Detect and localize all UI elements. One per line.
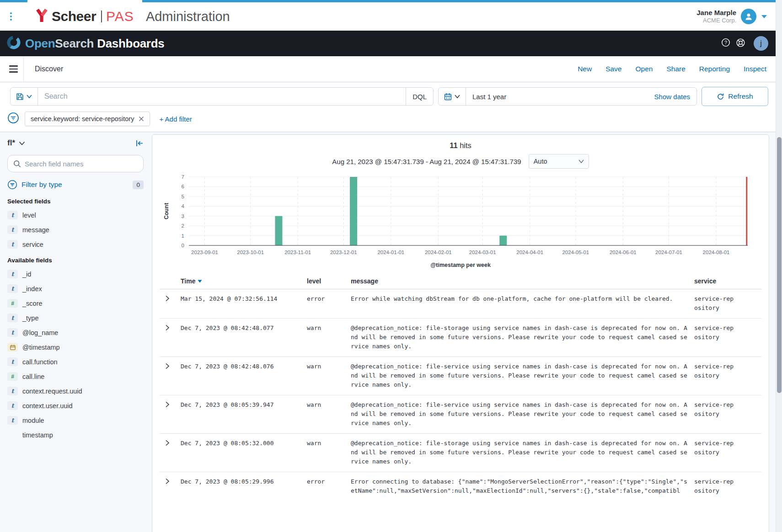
calendar-button[interactable] — [439, 88, 466, 105]
field-item-@timestamp[interactable]: @timestamp — [7, 343, 144, 351]
field-type-string-badge: t — [7, 401, 18, 410]
top-strip-notch — [27, 0, 142, 2]
histogram-chart[interactable]: 012345672023-09-012023-10-012023-11-0120… — [160, 172, 761, 260]
field-item-call.line[interactable]: #call.line — [7, 372, 144, 381]
svg-text:2024-05-01: 2024-05-01 — [562, 250, 589, 255]
expand-row-icon[interactable] — [160, 400, 175, 428]
doc-message: @deprecation_notice: file-service using … — [351, 400, 689, 428]
field-label: _score — [22, 300, 43, 307]
field-label: context.request.uuid — [22, 388, 82, 395]
field-item-@log_name[interactable]: t@log_name — [7, 328, 144, 337]
query-language-button[interactable]: DQL — [406, 88, 433, 105]
hamburger-menu-icon[interactable] — [7, 62, 23, 76]
field-item-_id[interactable]: t_id — [7, 270, 144, 278]
col-header-level[interactable]: level — [307, 277, 345, 285]
field-label: service — [22, 241, 43, 248]
filter-by-type-label: Filter by type — [21, 181, 62, 189]
sort-desc-icon — [198, 280, 202, 283]
field-item-timestamp[interactable]: timestamp — [7, 431, 144, 439]
field-label: @timestamp — [22, 344, 60, 351]
time-range-value[interactable]: Last 1 year — [466, 93, 506, 101]
field-label: context.user.uuid — [22, 402, 73, 410]
svg-text:2024-06-01: 2024-06-01 — [610, 250, 637, 255]
field-item-_score[interactable]: #_score — [7, 299, 144, 308]
search-container: DQL — [10, 87, 434, 106]
help-icon[interactable]: ? — [721, 38, 730, 49]
field-label: message — [22, 226, 49, 234]
nav-link-save[interactable]: Save — [605, 65, 621, 73]
nav-link-open[interactable]: Open — [636, 65, 653, 73]
remove-filter-icon[interactable] — [139, 116, 144, 122]
top-accent-strip — [0, 0, 776, 2]
field-item-message[interactable]: tmessage — [7, 225, 144, 234]
user-org: ACME Corp. — [696, 17, 736, 24]
field-item-context.request.uuid[interactable]: tcontext.request.uuid — [7, 387, 144, 395]
doc-level: error — [307, 294, 345, 313]
support-lifebuoy-icon[interactable] — [736, 38, 745, 49]
doc-message: @deprecation_notice: file-storage using … — [351, 439, 689, 466]
doc-message: Error while watching dbStream for db one… — [351, 294, 689, 313]
index-pattern-caret-icon[interactable] — [19, 141, 25, 145]
expand-row-icon[interactable] — [160, 439, 175, 466]
user-menu-caret-icon[interactable] — [761, 12, 767, 21]
user-avatar-icon[interactable] — [741, 9, 756, 24]
search-input[interactable] — [38, 88, 406, 105]
doc-table-row: Dec 7, 2023 @ 08:05:39.947warn@deprecati… — [160, 395, 761, 433]
svg-text:3: 3 — [182, 213, 184, 219]
product-title: Administration — [146, 9, 230, 24]
field-item-_index[interactable]: t_index — [7, 284, 144, 293]
nav-link-reporting[interactable]: Reporting — [699, 65, 730, 73]
interval-select[interactable]: Auto — [529, 154, 589, 169]
col-header-service[interactable]: service — [694, 277, 734, 285]
field-item-call.function[interactable]: tcall.function — [7, 357, 144, 366]
window-scrollbar[interactable] — [776, 0, 782, 532]
calendar-icon — [444, 93, 452, 101]
field-type-string-badge: t — [7, 314, 18, 322]
svg-text:2024-04-01: 2024-04-01 — [516, 250, 543, 255]
filter-pill[interactable]: service.keyword: service-repository — [25, 112, 150, 126]
expand-row-icon[interactable] — [160, 294, 175, 313]
expand-row-icon[interactable] — [160, 324, 175, 351]
svg-text:4: 4 — [182, 203, 185, 209]
svg-text:1: 1 — [182, 233, 184, 239]
col-header-message[interactable]: message — [351, 277, 689, 285]
saved-query-button[interactable] — [11, 88, 38, 105]
doc-time: Mar 15, 2024 @ 07:32:56.114 — [181, 294, 301, 313]
results-card: 11 hits Aug 21, 2023 @ 15:47:31.739 - Au… — [152, 134, 769, 532]
chart-date-range: Aug 21, 2023 @ 15:47:31.739 - Aug 21, 20… — [332, 158, 521, 165]
nav-link-share[interactable]: Share — [666, 65, 685, 73]
doc-time: Dec 7, 2023 @ 08:05:29.996 — [181, 477, 301, 495]
kebab-menu-icon[interactable] — [7, 10, 15, 23]
filter-circle-icon[interactable] — [7, 112, 19, 126]
doc-table-row: Dec 7, 2023 @ 08:05:32.000warn@deprecati… — [160, 433, 761, 472]
col-header-time[interactable]: Time — [181, 277, 301, 285]
field-type-string-badge: t — [7, 211, 18, 219]
scrollbar-thumb[interactable] — [777, 137, 782, 393]
scheer-logo-icon — [36, 9, 48, 24]
nav-link-new[interactable]: New — [578, 65, 592, 73]
show-dates-link[interactable]: Show dates — [654, 93, 696, 101]
brand-divider — [101, 11, 102, 22]
xaxis-title: @timestamp per week — [160, 262, 761, 268]
svg-text:2: 2 — [182, 223, 184, 229]
field-item-module[interactable]: tmodule — [7, 416, 144, 425]
expand-row-icon[interactable] — [160, 362, 175, 389]
field-label: level — [22, 212, 36, 219]
field-item-service[interactable]: tservice — [7, 240, 144, 249]
filter-by-type[interactable]: Filter by type 0 — [7, 180, 144, 190]
discover-body: fl* Filter by type 0 Selected fields tle… — [0, 132, 776, 532]
field-item-level[interactable]: tlevel — [7, 211, 144, 219]
nav-link-inspect[interactable]: Inspect — [744, 65, 766, 73]
refresh-button[interactable]: Refresh — [702, 87, 768, 106]
account-avatar[interactable]: j — [754, 36, 768, 51]
admin-header: Scheer PAS Administration Jane Marple AC… — [0, 2, 776, 31]
field-search-input[interactable] — [25, 160, 138, 168]
collapse-sidebar-icon[interactable] — [136, 140, 144, 147]
histogram-bar — [499, 236, 507, 245]
field-item-_type[interactable]: t_type — [7, 314, 144, 322]
expand-row-icon[interactable] — [160, 477, 175, 495]
date-picker: Last 1 year Show dates — [438, 87, 697, 106]
field-label: call.line — [22, 373, 44, 380]
add-filter-link[interactable]: + Add filter — [159, 115, 192, 123]
field-item-context.user.uuid[interactable]: tcontext.user.uuid — [7, 401, 144, 410]
